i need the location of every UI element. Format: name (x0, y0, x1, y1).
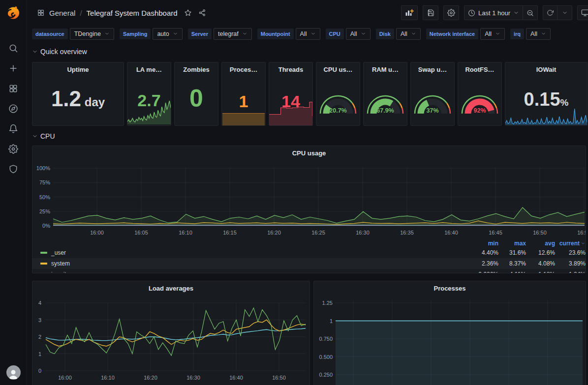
zoomout-icon (526, 9, 534, 17)
variable-label[interactable]: Sampling (120, 29, 151, 39)
series-name[interactable]: iowait (51, 271, 66, 273)
variable-label[interactable]: irq (510, 29, 524, 39)
series-name[interactable]: system (51, 260, 70, 267)
load-averages-chart[interactable]: 4321016:0016:1016:2016:3016:4016:50 (32, 295, 309, 385)
dashboards-icon (37, 9, 45, 17)
stat-panel-ramu[interactable]: RAM u…67.9% (363, 62, 407, 126)
variable-label[interactable]: datasource (32, 29, 68, 39)
sidebar-item-create[interactable] (8, 63, 19, 74)
share-dashboard-button[interactable] (198, 9, 206, 17)
svg-text:1: 1 (38, 351, 41, 357)
sidebar-item-alerting[interactable] (8, 123, 19, 134)
panel-title[interactable]: IOWait (505, 62, 587, 73)
variable-value-dropdown[interactable]: TDengine (70, 28, 114, 40)
sidebar-item-server-admin[interactable] (8, 164, 19, 175)
variable-label[interactable]: Network interface (426, 29, 478, 39)
panel-title[interactable]: Threads (269, 62, 312, 73)
panel-title[interactable]: Processes (314, 281, 586, 292)
cpu-usage-chart[interactable]: 100%75%50%25%0%16:0016:0516:1016:1516:20… (32, 160, 586, 237)
variable-label[interactable]: Mountpoint (257, 29, 294, 39)
gear-icon (8, 144, 18, 154)
panel-title[interactable]: CPU us… (316, 62, 360, 73)
variable-datasource: datasourceTDengine (32, 28, 114, 40)
stat-panel-swapu[interactable]: Swap u…37% (410, 62, 455, 126)
svg-text:16:40: 16:40 (444, 230, 458, 236)
panel-title[interactable]: LA me… (127, 62, 171, 73)
add-panel-button[interactable] (401, 5, 418, 20)
refresh-icon (547, 9, 554, 16)
grafana-logo[interactable] (6, 5, 21, 20)
svg-text:0%: 0% (42, 223, 50, 229)
variable-server: Servertelegraf (188, 28, 252, 40)
chevron-icon (310, 31, 316, 36)
variable-value-dropdown[interactable]: telegraf (214, 28, 252, 40)
panel-title[interactable]: RootFS… (458, 62, 501, 73)
panel-title[interactable]: Uptime (32, 62, 124, 73)
svg-text:67.9%: 67.9% (376, 107, 394, 114)
stat-panel-lame[interactable]: LA me…2.7 (127, 62, 171, 126)
panel-title[interactable]: Swap u… (411, 62, 454, 73)
variable-cpu: CPUAll (326, 28, 371, 40)
gauge: 67.9% (366, 91, 405, 117)
dashboard-settings-button[interactable] (443, 5, 459, 20)
tv-mode-button[interactable] (577, 5, 588, 20)
variable-value-dropdown[interactable]: All (526, 28, 551, 40)
sidebar-item-search[interactable] (8, 43, 19, 54)
step-area (269, 101, 312, 125)
star-dashboard-button[interactable] (184, 9, 192, 17)
stat-panel-rootfs[interactable]: RootFS…92% (458, 62, 502, 126)
star-icon (184, 9, 192, 17)
stat-panel-proces[interactable]: Proces…1 (221, 62, 266, 126)
sidebar-item-dashboards[interactable] (8, 83, 19, 94)
legend-sort-current[interactable]: current (555, 240, 586, 247)
variable-value-dropdown[interactable]: All (480, 28, 505, 40)
grid-icon (8, 84, 18, 93)
stat-value: 1 (222, 93, 265, 110)
stat-value: 0.15% (505, 90, 587, 109)
sidebar-item-configuration[interactable] (8, 144, 19, 154)
panel-title[interactable]: CPU usage (32, 146, 586, 157)
refresh-interval-button[interactable] (557, 5, 572, 20)
breadcrumb: General / Telegraf System Dashboard (37, 9, 206, 17)
time-range-button[interactable]: Last 1 hour (464, 5, 523, 20)
zoom-out-button[interactable] (523, 5, 538, 20)
save-dashboard-button[interactable] (423, 5, 438, 20)
variable-label[interactable]: Server (188, 29, 212, 39)
stat-panel-uptime[interactable]: Uptime1.2 day (32, 62, 124, 126)
svg-text:0.500: 0.500 (319, 354, 333, 360)
panel-title[interactable]: RAM u… (364, 62, 407, 73)
panel-title[interactable]: Zombies (175, 62, 218, 73)
variable-value-dropdown[interactable]: auto (153, 28, 182, 40)
stat-panel-zombies[interactable]: Zombies0 (174, 62, 218, 126)
panel-title[interactable]: Load averages (32, 281, 309, 292)
variable-label[interactable]: Disk (376, 29, 394, 39)
breadcrumb-dashboard-title[interactable]: Telegraf System Dashboard (87, 9, 178, 17)
chevron-icon (513, 10, 519, 16)
sidebar-item-explore[interactable] (8, 103, 19, 114)
variable-sampling: Samplingauto (120, 28, 183, 40)
legend-sort-avg[interactable]: avg (526, 240, 555, 247)
legend-row: system2.36%8.37%4.08%3.89% (32, 258, 586, 269)
svg-text:16:50: 16:50 (533, 230, 547, 236)
stat-panel-threads[interactable]: Threads14 (269, 62, 313, 126)
variable-value-dropdown[interactable]: All (396, 28, 421, 40)
user-avatar[interactable] (6, 365, 21, 380)
variable-value-dropdown[interactable]: All (346, 28, 371, 40)
chevron-icon (32, 133, 38, 139)
variable-value-dropdown[interactable]: All (296, 28, 320, 40)
breadcrumb-folder[interactable]: General (49, 9, 75, 17)
variable-label[interactable]: CPU (326, 29, 344, 39)
refresh-button[interactable] (543, 5, 557, 20)
stat-panel-iowait[interactable]: IOWait0.15% (505, 62, 588, 126)
chevron-icon (411, 31, 416, 36)
stat-panel-cpuus[interactable]: CPU us…20.7% (316, 62, 360, 126)
legend-sort-min[interactable]: min (469, 240, 498, 247)
processes-chart[interactable]: 1.2510.7500.5000.250 (314, 295, 586, 385)
panel-title[interactable]: Proces… (222, 62, 265, 73)
row-header-quick-overview[interactable]: Quick overview (32, 46, 588, 57)
clock-icon (468, 9, 475, 17)
legend-sort-max[interactable]: max (498, 240, 526, 247)
row-header-cpu[interactable]: CPU (32, 131, 588, 142)
series-name[interactable]: _user (51, 249, 66, 256)
svg-text:3: 3 (38, 317, 41, 323)
